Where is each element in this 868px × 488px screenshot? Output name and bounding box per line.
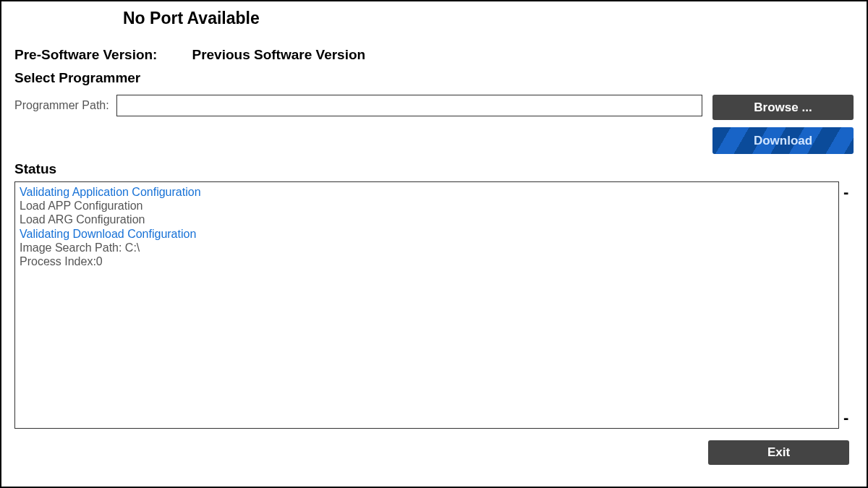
status-line: Validating Download Configuration <box>20 227 834 241</box>
dash-bottom-icon: - <box>843 408 854 427</box>
pre-software-version-label: Pre-Software Version: <box>14 47 157 63</box>
programmer-path-label: Programmer Path: <box>14 99 109 112</box>
exit-button[interactable]: Exit <box>708 440 849 465</box>
status-log[interactable]: Validating Application ConfigurationLoad… <box>14 181 839 429</box>
port-status-title: No Port Available <box>123 9 854 28</box>
status-line: Load APP Configuration <box>20 199 834 213</box>
pre-software-version-value: Previous Software Version <box>192 47 365 63</box>
select-programmer-heading: Select Programmer <box>14 70 854 86</box>
status-line: Process Index:0 <box>20 254 834 268</box>
status-heading: Status <box>14 161 854 177</box>
browse-button[interactable]: Browse ... <box>712 95 854 120</box>
status-line: Validating Application Configuration <box>20 185 834 199</box>
dash-top-icon: - <box>843 183 854 202</box>
version-row: Pre-Software Version: Previous Software … <box>14 47 854 63</box>
download-button[interactable]: Download <box>712 127 854 154</box>
status-line: Image Search Path: C:\ <box>20 241 834 254</box>
programmer-path-input[interactable] <box>116 95 702 116</box>
status-line: Load ARG Configuration <box>20 213 834 226</box>
